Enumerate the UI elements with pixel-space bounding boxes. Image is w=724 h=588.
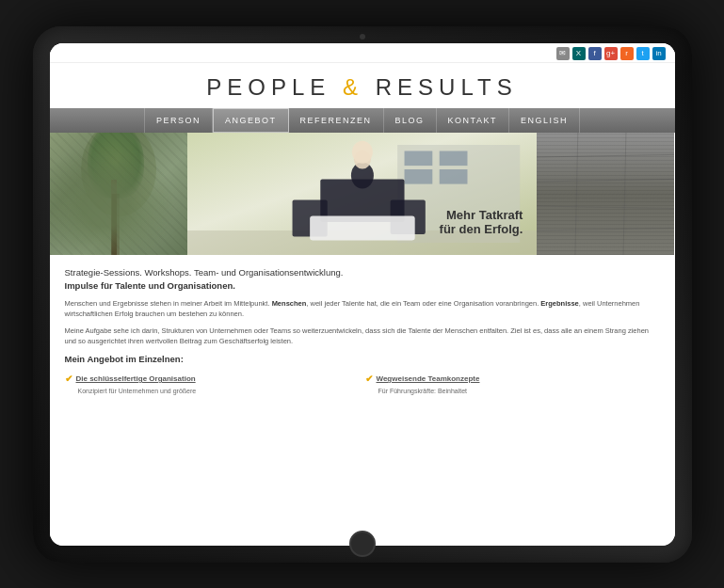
svg-rect-7 <box>404 169 432 184</box>
svg-line-22 <box>575 133 578 255</box>
park-overlay-svg <box>50 133 187 255</box>
checkmark-icon-2: ✔ <box>365 373 373 384</box>
service-item-1: ✔ Die schlüsselfertige Organisation Konz… <box>65 370 360 400</box>
content-section: Strategie-Sessions. Workshops. Team- und… <box>50 255 675 407</box>
svg-rect-6 <box>439 151 467 166</box>
hero-overlay-text: Mehr Tatkraft für den Erfolg. <box>440 208 523 236</box>
hero-text-line1: Mehr Tatkraft <box>440 208 523 222</box>
svg-line-18 <box>537 154 674 157</box>
hero-text-line2: für den Erfolg. <box>440 222 523 236</box>
angebot-section-title: Mein Angebot im Einzelnen: <box>65 354 660 364</box>
site-logo: PEOPLE & RESULTS <box>206 74 517 100</box>
service-label-2[interactable]: Wegweisende Teamkonzepte <box>377 374 480 383</box>
svg-rect-2 <box>111 194 119 255</box>
svg-point-12 <box>351 140 372 163</box>
svg-rect-5 <box>404 151 432 166</box>
tablet-device: ✉ X f g+ r t in PEOPLE & RESULTS PERSON … <box>33 26 692 563</box>
park-background <box>50 133 187 255</box>
service-title-1: ✔ Die schlüsselfertige Organisation <box>65 373 360 384</box>
content-body-para1: Menschen und Ergebnisse stehen in meiner… <box>65 298 660 320</box>
nav-item-person[interactable]: PERSON <box>144 108 213 133</box>
social-icons-bar: ✉ X f g+ r t in <box>556 47 666 60</box>
logo-section: PEOPLE & RESULTS <box>50 63 675 108</box>
svg-rect-8 <box>439 169 467 184</box>
camera-dot <box>360 34 365 40</box>
svg-rect-0 <box>50 133 187 255</box>
center-hero-svg <box>187 133 538 255</box>
svg-rect-16 <box>310 215 415 240</box>
services-grid: ✔ Die schlüsselfertige Organisation Konz… <box>65 370 660 400</box>
service-desc-2: Für Führungskräfte: Beinhaltet <box>365 387 660 396</box>
headline-line2: Impulse für Talente und Organisationen. <box>65 280 235 291</box>
logo-part2: RESULTS <box>363 74 518 100</box>
nav-item-referenzen[interactable]: REFERENZEN <box>289 108 384 133</box>
service-desc-1: Konzipiert für Unternehmen und größere <box>65 387 360 396</box>
twitter-icon[interactable]: t <box>636 47 650 60</box>
hero-section: Mehr Tatkraft für den Erfolg. <box>50 133 675 255</box>
tree-top <box>88 133 144 199</box>
stone-svg <box>537 133 674 255</box>
nav-item-angebot[interactable]: ANGEBOT <box>213 108 289 133</box>
tablet-screen: ✉ X f g+ r t in PEOPLE & RESULTS PERSON … <box>50 43 675 546</box>
email-icon[interactable]: ✉ <box>556 47 570 60</box>
checkmark-icon-1: ✔ <box>65 373 72 384</box>
service-item-2: ✔ Wegweisende Teamkonzepte Für Führungsk… <box>365 370 660 400</box>
body-text-main: Meine Aufgabe sehe ich darin, Strukturen… <box>65 326 650 345</box>
body-text-intro: Menschen und Ergebnisse stehen in meiner… <box>65 299 640 318</box>
svg-point-1 <box>81 133 156 216</box>
nav-item-english[interactable]: ENGLISH <box>509 108 580 133</box>
nav-item-kontakt[interactable]: KONTAKT <box>437 108 509 133</box>
home-button[interactable] <box>349 531 376 557</box>
linkedin-icon[interactable]: in <box>652 47 666 60</box>
svg-line-23 <box>623 133 626 255</box>
logo-part1: PEOPLE <box>206 74 343 100</box>
headline-line1: Strategie-Sessions. Workshops. Team- und… <box>65 267 344 278</box>
stone-texture <box>537 133 674 255</box>
service-label-1[interactable]: Die schlüsselfertige Organisation <box>76 374 196 383</box>
tree-trunk <box>111 180 117 255</box>
content-headline: Strategie-Sessions. Workshops. Team- und… <box>65 266 660 294</box>
site-header: ✉ X f g+ r t in <box>50 43 675 63</box>
website-content: ✉ X f g+ r t in PEOPLE & RESULTS PERSON … <box>50 43 675 546</box>
hero-image-left <box>50 133 187 255</box>
svg-rect-17 <box>537 133 674 255</box>
hero-image-center: Mehr Tatkraft für den Erfolg. <box>187 133 538 255</box>
svg-line-21 <box>537 228 674 230</box>
facebook-icon[interactable]: f <box>588 47 602 60</box>
nav-item-blog[interactable]: BLOG <box>384 108 437 133</box>
main-navigation: PERSON ANGEBOT REFERENZEN BLOG KONTAKT E… <box>50 108 675 133</box>
xing-icon[interactable]: X <box>572 47 586 60</box>
hero-image-right <box>537 133 674 255</box>
service-title-2: ✔ Wegweisende Teamkonzepte <box>365 373 660 384</box>
svg-line-19 <box>537 179 674 182</box>
content-body-para2: Meine Aufgabe sehe ich darin, Strukturen… <box>65 326 660 347</box>
googleplus-icon[interactable]: g+ <box>604 47 618 60</box>
logo-ampersand: & <box>343 74 363 100</box>
rss-icon[interactable]: r <box>620 47 634 60</box>
svg-line-20 <box>537 206 674 209</box>
